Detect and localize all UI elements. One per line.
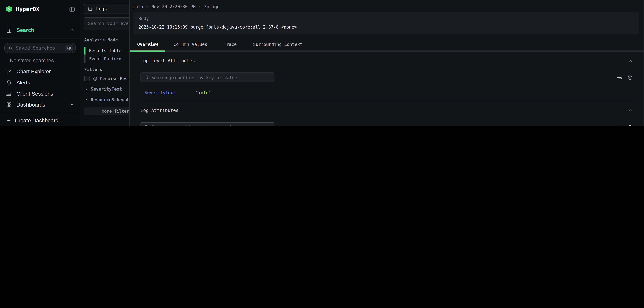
section-title: Log Attributes [140, 108, 628, 113]
search-icon [144, 75, 149, 80]
search-logs-icon [6, 27, 12, 33]
event-detail-panel: info · Nov 20 2:20:30 PM · 3m ago Body 2… [129, 0, 644, 126]
gear-icon[interactable] [627, 74, 633, 80]
quote: " [196, 90, 198, 95]
analysis-mode-label: Analysis Mode [84, 38, 118, 42]
dot-separator: · [198, 4, 201, 9]
event-search-placeholder: Search your events... [88, 21, 129, 26]
chevron-right-icon [84, 98, 88, 101]
divider [0, 38, 80, 39]
plus-icon [6, 118, 11, 123]
section-title: Top Level Attributes [140, 58, 628, 64]
analysis-mode-event-patterns[interactable]: Event Patterns [84, 55, 124, 63]
source-label: Logs [96, 6, 107, 11]
wrap-lines-icon[interactable] [616, 124, 622, 126]
mode-option-label: Results Table [89, 48, 121, 53]
event-header: info · Nov 20 2:20:30 PM · 3m ago [130, 0, 644, 9]
dashboard-layout-icon [6, 102, 12, 108]
sidebar-item-chart-explorer[interactable]: Chart Explorer [0, 66, 80, 77]
logo-row: HyperDX [0, 0, 80, 13]
event-age: 3m ago [204, 4, 220, 9]
gear-icon[interactable] [627, 124, 633, 126]
app-title: HyperDX [16, 6, 69, 12]
chevron-up-icon[interactable] [628, 58, 633, 63]
sidebar-item-alerts[interactable]: Alerts [0, 77, 80, 88]
half-circle-icon [93, 76, 98, 81]
shortcut-badge: ⌘K [65, 45, 74, 51]
create-dashboard-label: Create Dashboard [15, 117, 58, 123]
laptop-icon [6, 91, 12, 97]
divider [140, 101, 633, 101]
chevron-up-icon[interactable] [70, 28, 74, 32]
sidebar-item-label: Dashboards [16, 102, 45, 108]
saved-searches-placeholder: Saved Searches [16, 45, 65, 50]
event-search-input[interactable]: Search your events... [84, 17, 130, 29]
dot-separator: · [146, 4, 148, 9]
section-top-level-attributes: Top Level Attributes Search properties b… [130, 58, 644, 101]
attribute-key[interactable]: SeverityText [144, 90, 196, 95]
filters-label: Filters [84, 67, 102, 72]
search-filter-panel: Logs Search your events... Analysis Mode… [80, 0, 129, 126]
tab-track [130, 50, 644, 52]
chevron-up-icon[interactable] [628, 108, 633, 113]
bell-icon [6, 80, 12, 86]
properties-search-input[interactable]: Search properties by key or value [140, 122, 274, 126]
detail-tabs: Overview Column Values Trace Surrounding… [130, 42, 644, 52]
filter-group-name: ResourceSchemaUrl [91, 97, 129, 102]
denoise-results-toggle[interactable]: Denoise Results [84, 76, 129, 81]
more-filters-label: More filters [102, 109, 129, 114]
chevron-up-icon[interactable] [70, 102, 74, 107]
severity-text: info [133, 4, 143, 9]
mode-option-label: Event Patterns [89, 57, 124, 61]
quote: " [208, 90, 211, 95]
checkbox[interactable] [84, 76, 90, 81]
event-body-card: Body 2025-10-22 10:15:09 purge fonts-dej… [134, 12, 639, 34]
event-timestamp: Nov 20 2:20:30 PM [152, 4, 196, 9]
app-window: HyperDX Search Saved Searches ⌘K No save… [0, 0, 644, 126]
archive-box-icon [88, 6, 93, 11]
hyperdx-logo-icon [5, 5, 13, 13]
more-filters-button[interactable]: More filters [84, 108, 130, 115]
section-log-attributes: Log Attributes Search properties by key … [130, 108, 644, 126]
sidebar-item-client-sessions[interactable]: Client Sessions [0, 88, 80, 99]
filter-group-resourceschemaurl[interactable]: ResourceSchemaUrl [84, 97, 129, 102]
chart-line-icon [6, 68, 12, 75]
body-label: Body [138, 16, 634, 21]
source-selector-button[interactable]: Logs [84, 4, 130, 14]
filter-group-name: SeverityText [91, 87, 122, 91]
body-value: 2025-10-22 10:15:09 purge fonts-dejavu-c… [138, 25, 634, 29]
inactive-indicator-bar [84, 55, 85, 63]
active-tab-indicator [130, 50, 165, 52]
properties-search-placeholder: Search properties by key or value [152, 75, 237, 80]
sidebar-item-label: Client Sessions [16, 91, 53, 97]
sidebar-item-dashboards[interactable]: Dashboards [0, 99, 80, 110]
saved-searches-input[interactable]: Saved Searches ⌘K [4, 43, 76, 53]
attribute-row-severitytext[interactable]: SeverityText "info" [140, 90, 633, 95]
properties-search-input[interactable]: Search properties by key or value [140, 72, 274, 82]
chevron-right-icon [84, 87, 88, 91]
sidebar-item-label: Search [16, 27, 34, 33]
search-icon [8, 46, 13, 50]
no-saved-searches-note: No saved searches [0, 53, 80, 66]
analysis-mode-results-table[interactable]: Results Table [84, 47, 121, 55]
wrap-lines-icon[interactable] [616, 74, 622, 80]
active-indicator-bar [84, 47, 85, 55]
create-dashboard-button[interactable]: Create Dashboard [0, 113, 80, 123]
sidebar: HyperDX Search Saved Searches ⌘K No save… [0, 0, 80, 126]
collapse-sidebar-icon[interactable] [69, 6, 75, 12]
search-icon [144, 125, 149, 126]
sidebar-item-label: Chart Explorer [16, 68, 51, 75]
sidebar-item-search[interactable]: Search [0, 25, 80, 36]
filter-group-severitytext[interactable]: SeverityText [84, 87, 122, 91]
attribute-value[interactable]: info [198, 90, 208, 95]
sidebar-item-label: Alerts [16, 80, 30, 86]
denoise-label: Denoise Results [100, 76, 130, 81]
properties-search-placeholder: Search properties by key or value [152, 124, 237, 126]
